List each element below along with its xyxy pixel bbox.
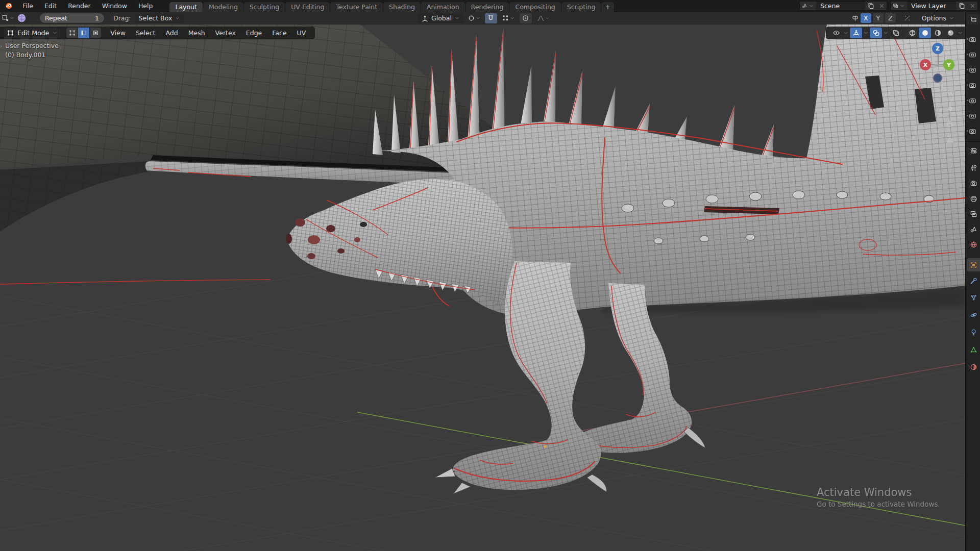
active-object-label: (0) Body.001 — [5, 51, 59, 60]
properties-tab-modifiers[interactable] — [967, 274, 980, 287]
properties-tab-material[interactable] — [967, 360, 980, 373]
outliner-item[interactable] — [969, 95, 980, 106]
tab-shading[interactable]: Shading — [383, 2, 421, 12]
chevron-down-icon — [843, 30, 849, 36]
vertex-select-button[interactable] — [66, 28, 78, 38]
editor-divider[interactable] — [966, 141, 980, 142]
shading-wireframe-button[interactable] — [906, 28, 918, 38]
outliner-item[interactable] — [969, 126, 980, 137]
outliner-item[interactable] — [969, 64, 980, 76]
gizmos-toggle[interactable] — [850, 28, 862, 38]
add-workspace-button[interactable]: + — [601, 2, 614, 12]
zoom-control[interactable] — [943, 86, 957, 99]
drag-mode-dropdown[interactable]: Select Box — [135, 13, 184, 23]
options-dropdown[interactable]: Options — [918, 13, 958, 23]
tab-uv-editing[interactable]: UV Editing — [285, 2, 330, 12]
menu-help[interactable]: Help — [133, 0, 159, 12]
remove-view-layer-button[interactable] — [968, 2, 977, 10]
snap-corrective-button[interactable] — [901, 13, 914, 23]
xray-toggle[interactable] — [890, 28, 902, 38]
drag-label: Drag: — [113, 14, 131, 22]
sidebar-collapse-arrow[interactable]: ‹ — [953, 42, 956, 49]
mode-dropdown[interactable]: Edit Mode — [3, 28, 61, 38]
repeat-field[interactable]: Repeat 1 — [40, 13, 104, 23]
edge-mode-icon — [80, 29, 88, 37]
blender-logo-icon[interactable] — [5, 2, 13, 10]
menu-edit[interactable]: Edit — [39, 0, 62, 12]
properties-tab-physics[interactable] — [967, 308, 980, 321]
properties-tab-constraints[interactable] — [967, 325, 980, 339]
properties-tab-view-layer[interactable] — [967, 207, 980, 220]
tab-texture-paint[interactable]: Texture Paint — [330, 2, 383, 12]
menu-file[interactable]: File — [17, 0, 39, 12]
z-neg-axis-ball[interactable] — [933, 73, 942, 83]
tab-scripting[interactable]: Scripting — [561, 2, 601, 12]
visibility-dropdown[interactable] — [830, 28, 842, 38]
z-axis-ball[interactable]: Z — [932, 43, 943, 54]
y-axis-ball[interactable]: Y — [943, 59, 954, 70]
outliner-item[interactable] — [969, 49, 980, 60]
tab-modeling[interactable]: Modeling — [203, 2, 243, 12]
menu-edge[interactable]: Edge — [242, 29, 266, 37]
scene-selector[interactable]: Scene — [799, 1, 887, 11]
toolbar-expand-arrow[interactable]: › — [0, 43, 2, 49]
mirror-x-button[interactable]: X — [861, 13, 871, 23]
snap-options-dropdown[interactable] — [499, 13, 518, 23]
tab-layout[interactable]: Layout — [169, 2, 203, 12]
overlays-toggle[interactable] — [870, 28, 882, 38]
view-layer-selector[interactable]: View Layer — [890, 1, 978, 11]
face-select-button[interactable] — [90, 28, 101, 38]
viewport-canvas[interactable] — [0, 24, 965, 551]
properties-editor-button[interactable] — [967, 144, 980, 157]
shading-rendered-button[interactable] — [944, 28, 957, 38]
menu-uv[interactable]: UV — [293, 29, 310, 37]
tab-animation[interactable]: Animation — [421, 2, 465, 12]
properties-tab-output[interactable] — [967, 192, 980, 205]
unlink-scene-button[interactable] — [877, 2, 887, 10]
x-axis-ball[interactable]: X — [920, 59, 931, 70]
menu-add[interactable]: Add — [161, 29, 182, 37]
properties-tab-render[interactable] — [967, 177, 980, 190]
properties-tab-data[interactable] — [967, 343, 980, 356]
pivot-point-dropdown[interactable] — [465, 13, 483, 23]
menu-select[interactable]: Select — [132, 29, 160, 37]
select-mode-group — [66, 28, 101, 38]
outliner-item[interactable] — [969, 80, 980, 91]
perspective-toggle[interactable] — [943, 133, 957, 146]
menu-face[interactable]: Face — [268, 29, 290, 37]
outliner-item[interactable] — [969, 34, 980, 45]
menu-view[interactable]: View — [106, 29, 130, 37]
3d-viewport[interactable]: Edit Mode View Select Add Mesh Vertex Ed… — [0, 24, 965, 551]
falloff-dropdown[interactable] — [534, 13, 553, 23]
new-scene-button[interactable] — [865, 2, 877, 10]
tab-compositing[interactable]: Compositing — [509, 2, 560, 12]
mirror-y-button[interactable]: Y — [873, 13, 884, 23]
outliner-item[interactable] — [969, 110, 980, 121]
overlays-icon — [872, 29, 880, 37]
tab-rendering[interactable]: Rendering — [465, 2, 509, 12]
chevron-down-icon — [808, 3, 814, 9]
menu-render[interactable]: Render — [62, 0, 96, 12]
shading-solid-button[interactable] — [919, 28, 931, 38]
editor-type-button[interactable] — [2, 13, 14, 23]
edge-select-button[interactable] — [78, 28, 89, 38]
pan-control[interactable] — [943, 101, 957, 114]
properties-tab-world[interactable] — [967, 238, 980, 251]
properties-tab-tool[interactable] — [967, 161, 980, 174]
mirror-z-button[interactable]: Z — [885, 13, 896, 23]
transform-orientation-dropdown[interactable]: Global — [418, 13, 463, 23]
proportional-edit-toggle[interactable] — [520, 13, 532, 23]
properties-tab-scene[interactable] — [967, 222, 980, 236]
new-view-layer-button[interactable] — [956, 2, 968, 10]
menu-mesh[interactable]: Mesh — [184, 29, 209, 37]
properties-tab-particles[interactable] — [967, 291, 980, 304]
properties-tab-object[interactable] — [967, 258, 980, 271]
snap-toggle[interactable] — [485, 13, 497, 23]
tab-sculpting[interactable]: Sculpting — [244, 2, 285, 12]
shading-material-button[interactable] — [932, 28, 944, 38]
camera-view-control[interactable] — [943, 117, 957, 131]
menu-window[interactable]: Window — [96, 0, 133, 12]
outliner-editor-button[interactable] — [967, 14, 979, 24]
menu-vertex[interactable]: Vertex — [211, 29, 240, 37]
brush-preview-button[interactable] — [14, 13, 29, 23]
